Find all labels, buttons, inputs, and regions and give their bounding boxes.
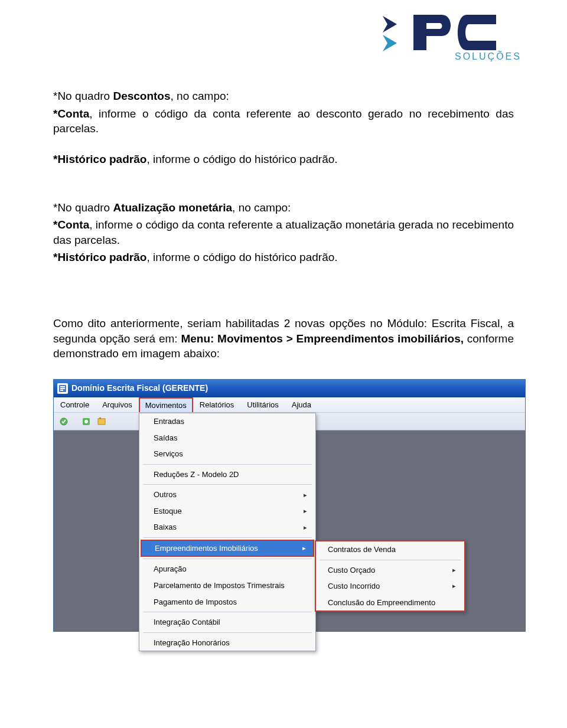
toolbar-icon-2[interactable] bbox=[80, 415, 93, 428]
sub-custo-orcado[interactable]: Custo Orçado bbox=[316, 562, 464, 579]
app-window: Domínio Escrita Fiscal (GERENTE) Control… bbox=[53, 379, 526, 632]
dd-saidas[interactable]: Saídas bbox=[139, 430, 315, 446]
dd-empreendimentos[interactable]: Empreendimentos Imobiliários bbox=[141, 540, 314, 557]
para-atualizacao-conta: *Conta, informe o código da conta refere… bbox=[53, 217, 514, 247]
logo-tagline: SOLUÇÕES bbox=[455, 50, 522, 61]
para-atualizacao-header: *No quadro Atualização monetária, no cam… bbox=[53, 200, 514, 216]
dd-parcelamento[interactable]: Parcelamento de Impostos Trimestrais bbox=[139, 577, 315, 594]
dd-sep bbox=[143, 632, 312, 633]
dd-integracao-contabil[interactable]: Integração Contábil bbox=[139, 614, 315, 631]
para-descontos-hist: *Histórico padrão, informe o código do h… bbox=[53, 152, 514, 167]
sub-conclusao[interactable]: Conclusão do Empreendimento bbox=[316, 595, 464, 611]
dd-pagamento[interactable]: Pagamento de Impostos bbox=[139, 594, 315, 611]
app-icon bbox=[57, 383, 68, 394]
dd-sep bbox=[143, 464, 312, 465]
menu-arquivos[interactable]: Arquivos bbox=[96, 397, 139, 412]
para-descontos-header: *No quadro Descontos, no campo: bbox=[53, 89, 514, 104]
menu-relatorios[interactable]: Relatórios bbox=[193, 397, 241, 412]
dd-sep bbox=[143, 559, 312, 559]
menu-dropdown: Entradas Saídas Serviços Reduções Z - Mo… bbox=[139, 413, 316, 651]
sub-contratos-venda[interactable]: Contratos de Venda bbox=[316, 541, 464, 558]
svg-rect-3 bbox=[60, 386, 65, 387]
dd-sep bbox=[143, 537, 312, 538]
para-atualizacao-hist: *Histórico padrão, informe o código do h… bbox=[53, 250, 514, 265]
dd-reducoes-z[interactable]: Reduções Z - Modelo 2D bbox=[139, 466, 315, 483]
svg-point-8 bbox=[84, 420, 88, 423]
titlebar: Domínio Escrita Fiscal (GERENTE) bbox=[54, 380, 525, 397]
logo: SOLUÇÕES bbox=[372, 9, 543, 62]
svg-marker-1 bbox=[383, 35, 397, 51]
menu-controle[interactable]: Controle bbox=[54, 397, 96, 412]
menu-utilitarios[interactable]: Utilitários bbox=[240, 397, 285, 412]
menubar: Controle Arquivos Movimentos Relatórios … bbox=[54, 397, 525, 413]
svg-marker-0 bbox=[383, 16, 397, 32]
toolbar-icon-3[interactable] bbox=[95, 415, 108, 428]
submenu-empreendimentos: Contratos de Venda Custo Orçado Custo In… bbox=[315, 540, 465, 612]
sub-sep bbox=[320, 560, 461, 560]
dd-sep bbox=[143, 612, 312, 612]
dd-integracao-honorarios[interactable]: Integração Honorários bbox=[139, 635, 315, 651]
sub-custo-incorrido[interactable]: Custo Incorrido bbox=[316, 578, 464, 595]
dd-sep bbox=[143, 484, 312, 485]
para-intro-screenshot: Como dito anteriormente, seriam habilita… bbox=[53, 316, 514, 361]
window-title: Domínio Escrita Fiscal (GERENTE) bbox=[71, 383, 208, 394]
svg-rect-4 bbox=[60, 388, 65, 389]
para-descontos-conta: *Conta, informe o código da conta refere… bbox=[53, 106, 514, 136]
document-body: *No quadro Descontos, no campo: *Conta, … bbox=[53, 12, 514, 632]
dd-servicos[interactable]: Serviços bbox=[139, 446, 315, 462]
svg-rect-10 bbox=[99, 417, 101, 419]
dd-outros[interactable]: Outros bbox=[139, 487, 315, 503]
dd-apuracao[interactable]: Apuração bbox=[139, 561, 315, 577]
dd-entradas[interactable]: Entradas bbox=[139, 413, 315, 430]
toolbar-icon-1[interactable] bbox=[57, 415, 70, 428]
dd-estoque[interactable]: Estoque bbox=[139, 503, 315, 520]
svg-rect-5 bbox=[60, 390, 63, 391]
svg-rect-9 bbox=[98, 419, 105, 425]
dd-baixas[interactable]: Baixas bbox=[139, 519, 315, 536]
menu-movimentos[interactable]: Movimentos bbox=[139, 397, 193, 412]
menu-ajuda[interactable]: Ajuda bbox=[285, 397, 318, 412]
